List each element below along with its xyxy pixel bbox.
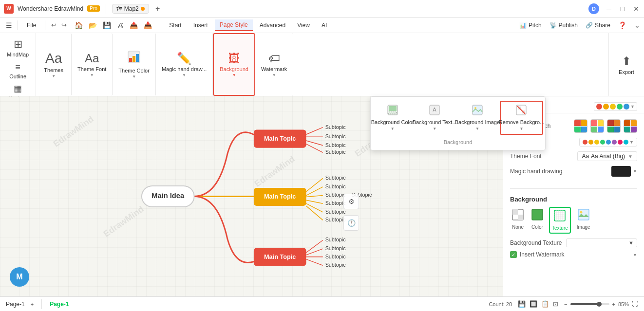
status-icon-1[interactable]: 💾 <box>518 300 526 308</box>
svg-rect-5 <box>389 106 397 111</box>
theme-font-button[interactable]: Aa Theme Font ▼ <box>72 33 113 96</box>
svg-text:Main Idea: Main Idea <box>152 192 185 200</box>
svg-line-34 <box>306 196 323 197</box>
page-tab-default[interactable]: Page-1 <box>6 301 25 308</box>
fullscreen-icon[interactable]: ⛶ <box>632 300 638 308</box>
map-tab-dot <box>141 7 145 11</box>
save-icon[interactable]: 💾 <box>101 20 113 30</box>
minimize-button[interactable]: ─ <box>605 5 613 13</box>
settings-icon[interactable]: ⚙ <box>343 194 359 209</box>
side-icons: ⚙ 🕐 <box>343 194 359 231</box>
bg-texture-label: Texture <box>552 225 568 231</box>
watermark-2: EdrawMind <box>253 154 297 189</box>
theme-font-select[interactable]: Aa Aa Arial (Big) ▼ <box>577 151 637 161</box>
redo-button[interactable]: ↪ <box>59 20 69 30</box>
maximize-button[interactable]: □ <box>619 5 626 13</box>
cb-option-3[interactable] <box>607 119 621 133</box>
zoom-slider[interactable] <box>570 303 609 305</box>
home-icon[interactable]: 🏠 <box>73 20 85 30</box>
pro-badge: Pro <box>87 5 100 12</box>
open-icon[interactable]: 📂 <box>87 20 99 30</box>
svg-line-47 <box>306 249 323 255</box>
magic-hand-button[interactable]: ✏️ Magic hand draw... ▼ <box>156 33 213 96</box>
svg-text:Subtopic: Subtopic <box>325 217 346 222</box>
zoom-plus[interactable]: + <box>612 301 615 307</box>
bg-none-option[interactable]: None <box>510 207 526 234</box>
bg-image-option[interactable]: Image <box>575 207 592 234</box>
watermark-checkbox[interactable]: ✓ <box>510 251 517 258</box>
theme-color-button[interactable]: Theme Color ▼ <box>113 33 156 96</box>
menu-insert[interactable]: Insert <box>189 20 213 31</box>
theme-font-section-row: Theme Font Aa Aa Arial (Big) ▼ <box>510 151 637 161</box>
print-icon[interactable]: 🖨 <box>115 20 126 30</box>
magic-draw-label: Magic hand drawing <box>510 168 562 175</box>
theme-palette-select[interactable]: ▼ <box>594 102 637 111</box>
expand-button[interactable]: ⌄ <box>634 21 640 29</box>
watermark-row: ✓ Insert Watermark ▼ <box>510 251 637 258</box>
svg-rect-43 <box>254 248 306 266</box>
menu-page-style[interactable]: Page Style <box>215 19 253 31</box>
cb-option-4[interactable] <box>624 119 637 133</box>
menu-ai[interactable]: AI <box>317 20 332 31</box>
add-tab-button[interactable]: + <box>153 4 163 14</box>
background-button[interactable]: 🖼 Background ▼ <box>213 33 255 96</box>
mindmap-button[interactable]: ⊞ MindMap <box>2 35 34 60</box>
svg-line-30 <box>306 178 323 191</box>
cb-option-1[interactable] <box>574 119 587 133</box>
colored-branch-options <box>574 119 637 133</box>
export-icon[interactable]: 📤 <box>128 20 140 30</box>
app-icon: ☰ <box>4 20 14 30</box>
add-page-button[interactable]: + <box>31 301 34 307</box>
bg-color-option[interactable]: Color <box>530 207 545 234</box>
magic-draw-arrow[interactable]: ▼ <box>633 169 637 174</box>
palette-dot-orange <box>603 104 609 110</box>
svg-text:Subtopic: Subtopic <box>325 175 346 181</box>
help-button[interactable]: ❓ <box>618 21 626 29</box>
title-bar: W Wondershare EdrawMind Pro 🗺 Map2 + D ─… <box>0 0 644 18</box>
svg-text:Subtopic: Subtopic <box>325 200 346 206</box>
bg-text-button[interactable]: A A Background Text... ▼ <box>414 101 455 135</box>
page-tab-active[interactable]: Page-1 <box>50 301 69 308</box>
menu-advanced[interactable]: Advanced <box>255 20 290 31</box>
status-icon-4[interactable]: ⊡ <box>553 300 558 308</box>
palette-dot-red <box>596 104 602 110</box>
menu-view[interactable]: View <box>292 20 315 31</box>
close-button[interactable]: ✕ <box>632 5 640 13</box>
outline-button[interactable]: ≡ Outline <box>2 60 34 81</box>
share-button[interactable]: 🔗Share <box>586 22 610 29</box>
bg-dropdown-row: Background Color ▼ A A Background Text..… <box>373 101 543 135</box>
zoom-minus[interactable]: − <box>564 301 567 307</box>
svg-text:Subtopic: Subtopic <box>325 192 346 198</box>
pitch-button[interactable]: 📊Pitch <box>519 22 542 29</box>
svg-line-45 <box>306 240 323 253</box>
bg-none-label: None <box>512 224 524 230</box>
map-tab[interactable]: 🗺 Map2 <box>112 4 149 14</box>
publish-button[interactable]: 📡Publish <box>549 22 578 29</box>
bg-image-button[interactable]: Background Image ▼ <box>457 101 498 135</box>
svg-rect-57 <box>518 215 523 220</box>
bg-texture-option[interactable]: Texture <box>549 207 571 234</box>
themes-button[interactable]: Aa Themes ▼ <box>36 33 72 96</box>
bg-group-label: Background <box>373 137 543 146</box>
import-icon[interactable]: 📥 <box>142 20 154 30</box>
status-icon-3[interactable]: 📋 <box>541 300 549 308</box>
magic-draw-color[interactable] <box>611 166 631 177</box>
theme-color-select[interactable]: ▼ <box>579 138 637 146</box>
svg-line-26 <box>306 144 323 153</box>
map-tab-label: Map2 <box>124 5 139 12</box>
watermark-button[interactable]: 🏷 Watermark ▼ <box>255 33 293 96</box>
export-ribbon-button[interactable]: ⬆ Export <box>615 53 638 77</box>
watermark-settings-arrow[interactable]: ▼ <box>633 251 637 258</box>
clock-icon[interactable]: 🕐 <box>343 215 359 231</box>
theme-font-icon: Aa <box>582 153 589 160</box>
undo-button[interactable]: ↩ <box>49 20 58 30</box>
menu-file[interactable]: File <box>22 20 41 31</box>
menu-start[interactable]: Start <box>164 20 186 31</box>
user-avatar[interactable]: D <box>588 3 599 14</box>
palette-dot-blue <box>624 104 629 110</box>
bg-texture-dropdown[interactable]: ▼ <box>566 238 637 247</box>
status-icon-2[interactable]: 🔲 <box>530 300 537 308</box>
cb-option-2[interactable] <box>590 119 604 133</box>
bg-color-button[interactable]: Background Color ▼ <box>373 101 412 135</box>
remove-bg-button[interactable]: Remove Backgro... ▼ <box>500 101 543 135</box>
